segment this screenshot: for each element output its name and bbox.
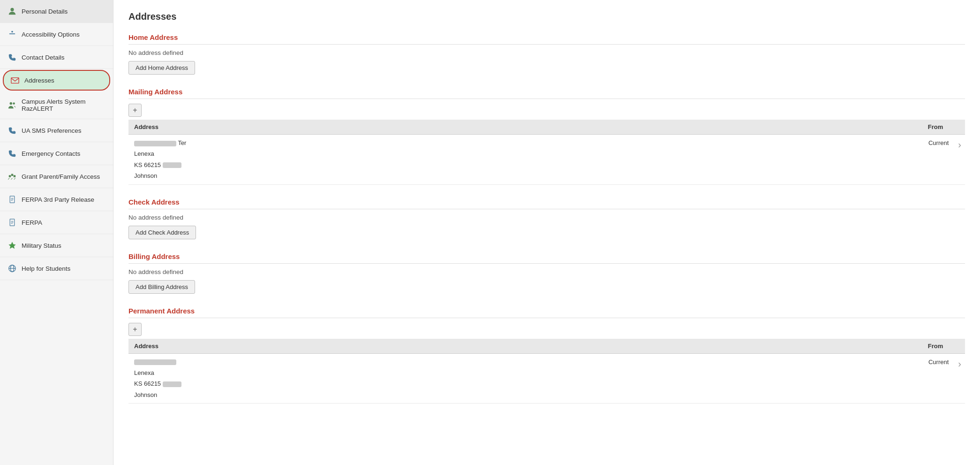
sidebar-label-personal-details: Personal Details bbox=[22, 8, 68, 15]
phone3-icon bbox=[8, 149, 17, 158]
phone-icon bbox=[8, 53, 17, 62]
col-address: Address bbox=[128, 339, 671, 354]
svg-point-5 bbox=[13, 102, 15, 105]
svg-point-1 bbox=[11, 31, 13, 33]
sidebar-label-military-status: Military Status bbox=[22, 242, 61, 249]
col-from: From bbox=[686, 120, 952, 135]
accessibility-icon bbox=[8, 30, 17, 39]
sidebar-label-addresses: Addresses bbox=[24, 77, 54, 84]
sidebar-label-ferpa-3rd: FERPA 3rd Party Release bbox=[22, 196, 94, 203]
sidebar-label-emergency-contacts: Emergency Contacts bbox=[22, 150, 80, 157]
address-county: Johnson bbox=[134, 170, 681, 181]
add-row-btn-permanent-address[interactable]: + bbox=[128, 323, 142, 336]
no-address-check-address: No address defined bbox=[128, 214, 965, 221]
col-address: Address bbox=[128, 120, 686, 135]
section-title-home-address: Home Address bbox=[128, 33, 965, 45]
blurred-zip-extra bbox=[163, 381, 181, 387]
globe-icon bbox=[8, 264, 17, 273]
col-chevron bbox=[952, 120, 965, 135]
person-group-icon bbox=[8, 100, 17, 110]
table-row[interactable]: TerLenexaKS 66215 JohnsonCurrent› bbox=[128, 135, 965, 185]
svg-point-4 bbox=[10, 102, 12, 105]
svg-marker-11 bbox=[9, 242, 15, 249]
chevron-right-icon[interactable]: › bbox=[952, 353, 965, 404]
blurred-street bbox=[134, 141, 176, 146]
sidebar-label-accessibility-options: Accessibility Options bbox=[22, 31, 80, 38]
sidebar-label-campus-alerts: Campus Alerts System RazALERT bbox=[22, 98, 106, 112]
sidebar-item-grant-parent[interactable]: Grant Parent/Family Access bbox=[0, 165, 113, 188]
sidebar-item-ferpa[interactable]: FERPA bbox=[0, 211, 113, 234]
chevron-right-icon[interactable]: › bbox=[952, 135, 965, 185]
add-btn-billing-address[interactable]: Add Billing Address bbox=[128, 280, 195, 294]
section-check-address: Check AddressNo address definedAdd Check… bbox=[128, 198, 965, 239]
sidebar-label-ferpa: FERPA bbox=[22, 219, 42, 226]
svg-rect-2 bbox=[9, 33, 15, 34]
envelope-icon bbox=[10, 76, 20, 85]
add-btn-home-address[interactable]: Add Home Address bbox=[128, 61, 195, 75]
svg-rect-0 bbox=[10, 8, 14, 11]
person-icon bbox=[8, 7, 17, 16]
svg-rect-6 bbox=[9, 175, 11, 177]
sidebar-item-campus-alerts[interactable]: Campus Alerts System RazALERT bbox=[0, 91, 113, 119]
table-permanent-address: AddressFromLenexaKS 66215 JohnsonCurrent… bbox=[128, 339, 965, 404]
sidebar-item-military-status[interactable]: Military Status bbox=[0, 234, 113, 257]
sidebar-item-addresses[interactable]: Addresses bbox=[3, 70, 110, 91]
add-btn-check-address[interactable]: Add Check Address bbox=[128, 226, 196, 239]
address-city: Lenexa bbox=[134, 148, 681, 159]
sidebar: Personal DetailsAccessibility OptionsCon… bbox=[0, 0, 113, 465]
sidebar-label-help-students: Help for Students bbox=[22, 265, 70, 272]
address-city: Lenexa bbox=[134, 367, 666, 378]
doc-icon bbox=[8, 195, 17, 204]
col-from: From bbox=[671, 339, 952, 354]
address-cell: LenexaKS 66215 Johnson bbox=[128, 353, 671, 404]
from-cell: Current bbox=[686, 135, 952, 185]
sidebar-item-personal-details[interactable]: Personal Details bbox=[0, 0, 113, 23]
from-cell: Current bbox=[671, 353, 952, 404]
table-mailing-address: AddressFrom TerLenexaKS 66215 JohnsonCur… bbox=[128, 120, 965, 185]
no-address-home-address: No address defined bbox=[128, 49, 965, 56]
section-mailing-address: Mailing Address+AddressFrom TerLenexaKS … bbox=[128, 88, 965, 185]
sidebar-item-contact-details[interactable]: Contact Details bbox=[0, 46, 113, 69]
section-title-permanent-address: Permanent Address bbox=[128, 307, 965, 318]
phone2-icon bbox=[8, 126, 17, 135]
blurred-zip-extra bbox=[163, 162, 181, 168]
no-address-billing-address: No address defined bbox=[128, 268, 965, 275]
main-content: Addresses Home AddressNo address defined… bbox=[113, 0, 980, 465]
svg-rect-8 bbox=[14, 175, 16, 177]
col-chevron bbox=[952, 339, 965, 354]
section-title-check-address: Check Address bbox=[128, 198, 965, 209]
sidebar-item-help-students[interactable]: Help for Students bbox=[0, 257, 113, 280]
star-icon bbox=[8, 241, 17, 250]
section-billing-address: Billing AddressNo address definedAdd Bil… bbox=[128, 252, 965, 294]
section-permanent-address: Permanent Address+AddressFromLenexaKS 66… bbox=[128, 307, 965, 404]
svg-rect-3 bbox=[11, 78, 19, 84]
section-home-address: Home AddressNo address definedAdd Home A… bbox=[128, 33, 965, 75]
sidebar-item-accessibility-options[interactable]: Accessibility Options bbox=[0, 23, 113, 46]
blurred-street bbox=[134, 359, 176, 365]
sidebar-item-ferpa-3rd[interactable]: FERPA 3rd Party Release bbox=[0, 188, 113, 211]
section-title-mailing-address: Mailing Address bbox=[128, 88, 965, 99]
address-state-zip: KS 66215 bbox=[134, 378, 666, 389]
people-icon bbox=[8, 172, 17, 181]
sidebar-label-grant-parent: Grant Parent/Family Access bbox=[22, 173, 100, 180]
svg-rect-7 bbox=[11, 174, 14, 176]
sidebar-label-ua-sms: UA SMS Preferences bbox=[22, 127, 82, 134]
address-cell: TerLenexaKS 66215 Johnson bbox=[128, 135, 686, 185]
sidebar-item-ua-sms[interactable]: UA SMS Preferences bbox=[0, 119, 113, 142]
sidebar-item-emergency-contacts[interactable]: Emergency Contacts bbox=[0, 142, 113, 165]
doc2-icon bbox=[8, 218, 17, 227]
table-row[interactable]: LenexaKS 66215 JohnsonCurrent› bbox=[128, 353, 965, 404]
add-row-btn-mailing-address[interactable]: + bbox=[128, 104, 142, 117]
section-title-billing-address: Billing Address bbox=[128, 252, 965, 264]
page-title: Addresses bbox=[128, 11, 965, 22]
sidebar-label-contact-details: Contact Details bbox=[22, 54, 65, 61]
address-county: Johnson bbox=[134, 389, 666, 400]
address-state-zip: KS 66215 bbox=[134, 160, 681, 170]
